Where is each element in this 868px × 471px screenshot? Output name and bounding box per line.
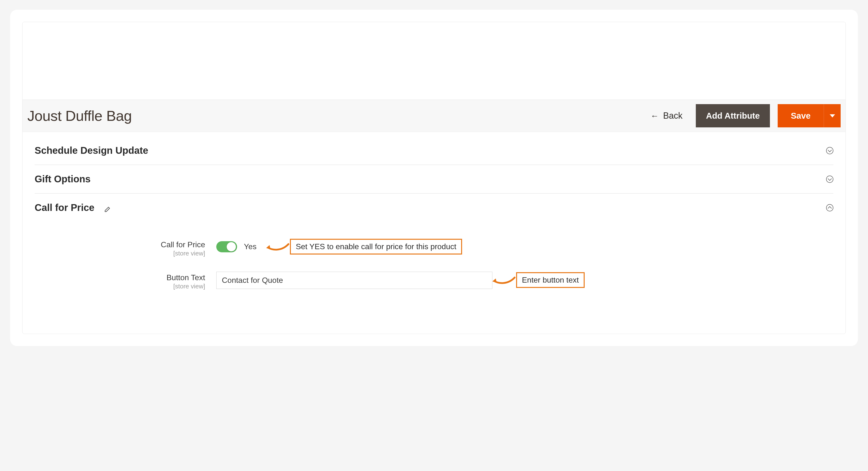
save-button-group: Save <box>778 104 841 127</box>
curved-arrow-icon <box>265 241 290 253</box>
section-gift-options[interactable]: Gift Options <box>35 165 833 193</box>
field-row-button-text: Button Text [store view] Enter button te… <box>35 272 833 290</box>
button-text-input[interactable] <box>216 272 492 289</box>
triangle-down-icon <box>830 114 835 118</box>
arrow-left-icon: ← <box>651 112 659 120</box>
toggle-value-label: Yes <box>244 242 256 251</box>
section-title-schedule: Schedule Design Update <box>35 145 826 156</box>
label-col: Button Text [store view] <box>35 272 216 290</box>
section-call-for-price[interactable]: Call for Price <box>35 193 833 222</box>
label-col: Call for Price [store view] <box>35 239 216 257</box>
page-header-bar: Joust Duffle Bag ← Back Add Attribute Sa… <box>23 99 845 132</box>
section-title-gift: Gift Options <box>35 174 826 185</box>
field-label-btntext: Button Text <box>35 273 205 282</box>
save-button[interactable]: Save <box>778 104 824 127</box>
back-button-label: Back <box>663 111 682 121</box>
control-col-cfp: Yes Set YES to enable call for price for… <box>216 239 462 254</box>
section-title-call-for-price-wrap: Call for Price <box>35 202 826 213</box>
chevron-down-icon <box>826 176 833 183</box>
back-button[interactable]: ← Back <box>651 111 682 121</box>
page-title: Joust Duffle Bag <box>27 107 651 124</box>
field-scope-cfp: [store view] <box>35 250 205 257</box>
curved-arrow-icon <box>491 274 516 286</box>
admin-panel: Joust Duffle Bag ← Back Add Attribute Sa… <box>22 22 846 334</box>
content-area: Schedule Design Update Gift Options Call… <box>23 132 845 334</box>
save-dropdown-button[interactable] <box>824 104 841 127</box>
section-title-call-for-price: Call for Price <box>35 202 94 213</box>
field-row-call-for-price: Call for Price [store view] Yes <box>35 239 833 257</box>
callout-enable: Set YES to enable call for price for thi… <box>290 239 462 254</box>
callout-group-enable: Set YES to enable call for price for thi… <box>265 239 462 254</box>
section-schedule-design-update[interactable]: Schedule Design Update <box>35 136 833 165</box>
call-for-price-form: Call for Price [store view] Yes <box>35 222 833 290</box>
chevron-up-icon <box>826 204 833 211</box>
toggle-knob <box>227 242 236 251</box>
control-col-btntext: Enter button text <box>216 272 492 289</box>
field-scope-btntext: [store view] <box>35 283 205 290</box>
call-for-price-toggle[interactable] <box>216 241 237 252</box>
field-label-cfp: Call for Price <box>35 240 205 249</box>
panel-top-spacer <box>23 22 845 99</box>
add-attribute-button[interactable]: Add Attribute <box>696 104 770 127</box>
outer-frame: Joust Duffle Bag ← Back Add Attribute Sa… <box>10 10 858 346</box>
chevron-down-icon <box>826 147 833 154</box>
callout-btntext: Enter button text <box>516 272 585 288</box>
pencil-icon <box>104 205 111 211</box>
callout-group-btntext: Enter button text <box>491 272 585 288</box>
